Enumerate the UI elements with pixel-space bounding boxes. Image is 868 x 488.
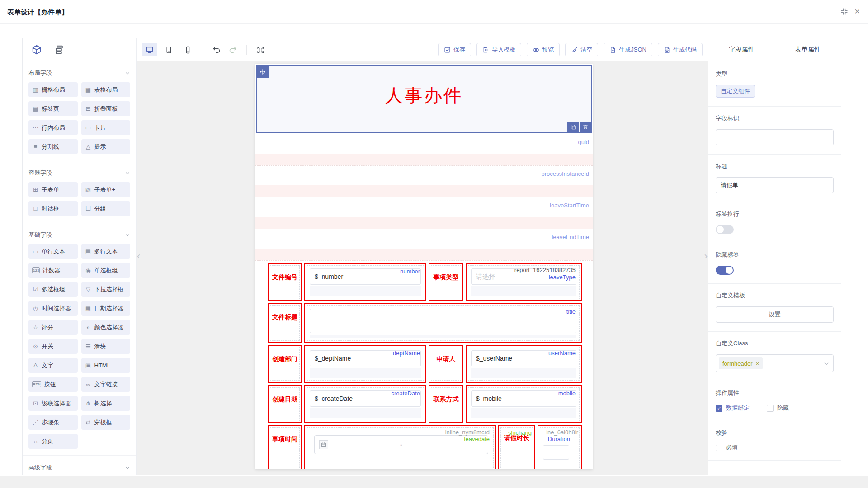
generate-json-button[interactable]: 生成JSON <box>604 43 652 56</box>
form-paper: 人事办件 guid <box>255 64 593 469</box>
palette-item[interactable]: ☑多选框组 <box>28 282 78 297</box>
cell-contact-label[interactable]: 联系方式 <box>429 385 463 423</box>
palette-item[interactable]: ◐颜色选择器 <box>81 320 131 335</box>
trash-icon[interactable] <box>580 122 591 132</box>
section-header-basic[interactable]: 基础字段 <box>28 226 130 244</box>
palette-item[interactable]: ▣HTML <box>81 358 131 373</box>
date-range-input[interactable]: - <box>314 435 488 454</box>
palette-item-icon: ☑ <box>32 286 39 293</box>
hide-label-label: 隐藏标签 <box>716 251 834 259</box>
palette-item[interactable]: 123计数器 <box>28 263 78 278</box>
section-header-container[interactable]: 容器字段 <box>28 164 130 182</box>
section-header-layout[interactable]: 布局字段 <box>28 64 130 82</box>
cell-dept-label[interactable]: 创建部门 <box>268 345 302 383</box>
palette-item[interactable]: ⋔树选择 <box>81 396 131 411</box>
cell-file-title-label[interactable]: 文件标题 <box>268 303 302 343</box>
selected-form-header-block[interactable]: 人事办件 <box>256 65 592 133</box>
palette-item[interactable]: ∞文字链接 <box>81 377 131 392</box>
cell-duration-input[interactable]: ine_6ai0h8lr Duration <box>538 425 582 469</box>
hide-label-toggle[interactable] <box>716 266 734 275</box>
data-binding-checkbox[interactable]: ✓ 数据绑定 <box>716 404 750 412</box>
clear-button[interactable]: 清空 <box>565 43 598 56</box>
palette-item[interactable]: ☐分组 <box>81 201 131 216</box>
field-id-input[interactable] <box>716 129 834 145</box>
components-tab-cube-icon[interactable] <box>32 45 42 55</box>
collapse-left-panel-arrow[interactable]: ‹ <box>137 251 140 261</box>
palette-item[interactable]: ⋯行内布局 <box>28 120 78 135</box>
hidden-field-row[interactable]: guid <box>255 134 593 166</box>
text-input[interactable] <box>310 309 576 333</box>
undo-button[interactable] <box>210 43 223 56</box>
cell-create-date-label[interactable]: 创建日期 <box>268 385 302 423</box>
palette-item[interactable]: BTN按钮 <box>28 377 78 392</box>
tab-field-properties[interactable]: 字段属性 <box>708 38 775 61</box>
palette-item[interactable]: ⊟折叠面板 <box>81 101 131 116</box>
cell-create-date-input[interactable]: createDate $_createDate <box>304 385 426 423</box>
custom-class-select[interactable]: formheader × <box>716 354 834 372</box>
hidden-field-row[interactable]: leaveStartTime <box>255 197 593 229</box>
label-wrap-toggle[interactable] <box>716 225 734 234</box>
generate-code-button[interactable]: 生成代码 <box>658 43 703 56</box>
palette-item[interactable]: ☆评分 <box>28 320 78 335</box>
outline-tree-tab-icon[interactable] <box>54 45 64 55</box>
palette-item[interactable]: ▭卡片 <box>81 120 131 135</box>
collapse-right-panel-arrow[interactable]: › <box>704 251 708 261</box>
save-button[interactable]: 保存 <box>438 43 471 56</box>
palette-item[interactable]: ▧子表单+ <box>81 182 131 197</box>
tab-form-properties[interactable]: 表单属性 <box>775 38 841 61</box>
mobile-view-button[interactable] <box>180 43 195 56</box>
cell-matter-type-label[interactable]: 事项类型 <box>429 263 463 301</box>
cell-contact-input[interactable]: mobile $_mobile <box>466 385 582 423</box>
preview-button[interactable]: 预览 <box>527 43 560 56</box>
cell-applicant-input[interactable]: userName $_userName <box>466 345 582 383</box>
cell-file-title-input[interactable]: title <box>304 303 582 343</box>
palette-item[interactable]: ≡分割线 <box>28 139 78 154</box>
required-checkbox[interactable]: 必填 <box>716 444 834 452</box>
copy-icon[interactable] <box>567 122 579 132</box>
cell-matter-type-select[interactable]: report_1622518382735 leaveType 请选择⌄ <box>466 263 582 301</box>
palette-item[interactable]: ◷时间选择器 <box>28 301 78 316</box>
palette-item[interactable]: △提示 <box>81 139 131 154</box>
desktop-view-button[interactable] <box>142 43 157 56</box>
hidden-field-row[interactable]: processInstanceId <box>255 166 593 197</box>
cell-file-number-input[interactable]: number $_number <box>304 263 426 301</box>
palette-item[interactable]: ⇄穿梭框 <box>81 415 131 430</box>
palette-item[interactable]: ◉单选框组 <box>81 263 131 278</box>
palette-item[interactable]: ⊙开关 <box>28 339 78 354</box>
palette-item[interactable]: ↔分页 <box>28 434 78 449</box>
cell-date-range-picker[interactable]: inline_nym8mcrd leavedate - <box>304 425 496 469</box>
palette-item[interactable]: ▤多行文本 <box>81 244 131 259</box>
hidden-checkbox[interactable]: 隐藏 <box>767 404 789 412</box>
number-input[interactable] <box>543 445 569 460</box>
palette-item[interactable]: □对话框 <box>28 201 78 216</box>
tablet-view-button[interactable] <box>161 43 176 56</box>
cell-duration-label[interactable]: shichang 请假时长 <box>498 425 535 469</box>
drag-move-icon[interactable] <box>257 66 269 78</box>
title-input[interactable] <box>716 177 834 193</box>
palette-item[interactable]: ▦日期选择器 <box>81 301 131 316</box>
palette-item[interactable]: ▦表格布局 <box>81 82 131 97</box>
cell-file-number-label[interactable]: 文件编号 <box>268 263 302 301</box>
cell-dept-input[interactable]: deptName $_deptName <box>304 345 426 383</box>
palette-item[interactable]: ⋰步骤条 <box>28 415 78 430</box>
palette-item-label: 标签页 <box>42 105 59 113</box>
section-header-advanced[interactable]: 高级字段 <box>28 459 130 475</box>
palette-item[interactable]: ▭单行文本 <box>28 244 78 259</box>
palette-item[interactable]: ⊞子表单 <box>28 182 78 197</box>
palette-item[interactable]: ⊡级联选择器 <box>28 396 78 411</box>
hidden-field-row[interactable]: leaveEndTime <box>255 229 593 261</box>
import-template-button[interactable]: 导入模板 <box>476 43 521 56</box>
close-icon[interactable]: × <box>854 7 860 16</box>
palette-item[interactable]: ▽下拉选择框 <box>81 282 131 297</box>
remove-tag-icon[interactable]: × <box>755 360 759 367</box>
palette-item[interactable]: A文字 <box>28 358 78 373</box>
palette-item[interactable]: ▥栅格布局 <box>28 82 78 97</box>
cell-matter-time-label[interactable]: 事项时间 <box>268 425 302 469</box>
palette-item[interactable]: ☰滑块 <box>81 339 131 354</box>
palette-item[interactable]: ▤标签页 <box>28 101 78 116</box>
custom-template-settings-button[interactable]: 设置 <box>716 306 834 323</box>
redo-button[interactable] <box>226 43 239 56</box>
compress-icon[interactable] <box>840 8 848 15</box>
fullscreen-expand-button[interactable] <box>254 43 267 56</box>
cell-applicant-label[interactable]: 申请人 <box>429 345 463 383</box>
